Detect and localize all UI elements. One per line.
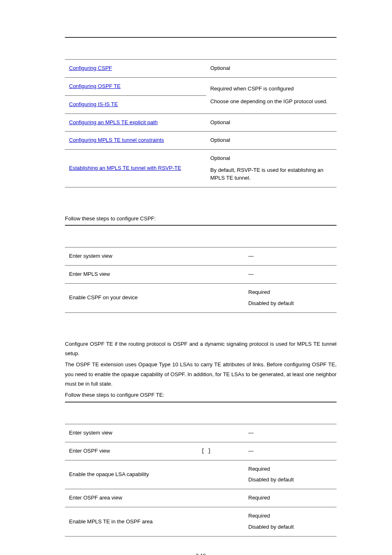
remark-line: Disabled by default [248, 523, 332, 531]
configuring-cspf-link[interactable]: Configuring CSPF [69, 65, 112, 71]
establishing-rsvp-te-link[interactable]: Establishing an MPLS TE tunnel with RSVP… [69, 165, 181, 171]
table-row: Enable the opaque LSA capability Require… [65, 460, 337, 489]
step-remark: Required Disabled by default [244, 507, 337, 536]
step-remark: Required Disabled by default [244, 460, 337, 489]
configuring-isis-te-link[interactable]: Configuring IS-IS TE [69, 101, 118, 107]
cell-line: By default, RSVP-TE is used for establis… [210, 166, 332, 182]
step-command: [ ] [168, 442, 244, 460]
task-table: Configuring CSPF Optional Configuring OS… [65, 37, 337, 187]
table-header-row [65, 225, 337, 247]
table-row: Configuring CSPF Optional [65, 60, 337, 78]
table-row: Enter OSPF area view Required [65, 489, 337, 507]
remark-line: Required [248, 289, 332, 296]
table-header-row [65, 37, 337, 60]
table-row: Enable MPLS TE in the OSPF area Required… [65, 507, 337, 536]
configuring-tunnel-constraints-link[interactable]: Configuring MPLS TE tunnel constraints [69, 137, 164, 143]
table-row: Establishing an MPLS TE tunnel with RSVP… [65, 150, 337, 187]
table-header-row [65, 402, 337, 424]
table-row: Configuring MPLS TE tunnel constraints O… [65, 132, 337, 150]
paragraph: Configure OSPF TE if the routing protoco… [65, 339, 337, 358]
cell-text: Optional [206, 132, 337, 150]
remark-line: Required [248, 465, 332, 473]
table-row: Enter system view — [65, 247, 337, 266]
cell-text: Required when CSPF is configured Choose … [206, 77, 337, 113]
step-remark: — [244, 442, 337, 460]
ospf-te-steps-table: Enter system view — Enter OSPF view [ ] … [65, 402, 337, 536]
cspf-steps-table: Enter system view — Enter MPLS view — En… [65, 225, 337, 312]
table-row: Enable CSPF on your device Required Disa… [65, 283, 337, 312]
cell-text: Optional [206, 113, 337, 132]
configuring-cspf-heading [65, 199, 337, 206]
page-number: 3-18 [65, 553, 337, 555]
cell-line: Choose one depending on the IGP protocol… [210, 98, 332, 106]
step-desc: Enter system view [65, 424, 168, 442]
step-desc: Enter system view [65, 247, 163, 266]
table-row: Configuring an MPLS TE explicit path Opt… [65, 113, 337, 132]
step-desc: Enter OSPF view [65, 442, 168, 460]
configuring-ospf-te-heading [65, 324, 337, 332]
paragraph: Follow these steps to configure OSPF TE: [65, 390, 337, 400]
step-desc: Enable CSPF on your device [65, 283, 163, 312]
table-row: Enter OSPF view [ ] — [65, 442, 337, 460]
remark-line: Required [248, 512, 332, 520]
table-row: Enter MPLS view — [65, 265, 337, 283]
cell-text: Optional By default, RSVP-TE is used for… [206, 150, 337, 187]
configuring-ospf-te-link[interactable]: Configuring OSPF TE [69, 83, 120, 89]
step-desc: Enable MPLS TE in the OSPF area [65, 507, 168, 536]
table-row: Enter system view — [65, 424, 337, 442]
page-container: Configuring CSPF Optional Configuring OS… [0, 0, 392, 555]
step-desc: Enable the opaque LSA capability [65, 460, 168, 489]
configuring-explicit-path-link[interactable]: Configuring an MPLS TE explicit path [69, 119, 158, 125]
remark-line: Disabled by default [248, 476, 332, 484]
cell-line: Required when CSPF is configured [210, 85, 332, 93]
step-desc: Enter MPLS view [65, 265, 163, 283]
step-remark: — [244, 424, 337, 442]
step-remark: Required Disabled by default [244, 283, 337, 312]
step-remark: Required [244, 489, 337, 507]
cell-text: Optional [206, 60, 337, 78]
remark-line: Disabled by default [248, 300, 332, 308]
table-row: Configuring OSPF TE Required when CSPF i… [65, 77, 337, 95]
paragraph: Follow these steps to configure CSPF: [65, 214, 337, 223]
step-remark: — [244, 247, 337, 266]
step-remark: — [244, 265, 337, 283]
step-desc: Enter OSPF area view [65, 489, 168, 507]
paragraph: The OSPF TE extension uses Opaque Type 1… [65, 360, 337, 388]
cell-line: Optional [210, 155, 332, 162]
